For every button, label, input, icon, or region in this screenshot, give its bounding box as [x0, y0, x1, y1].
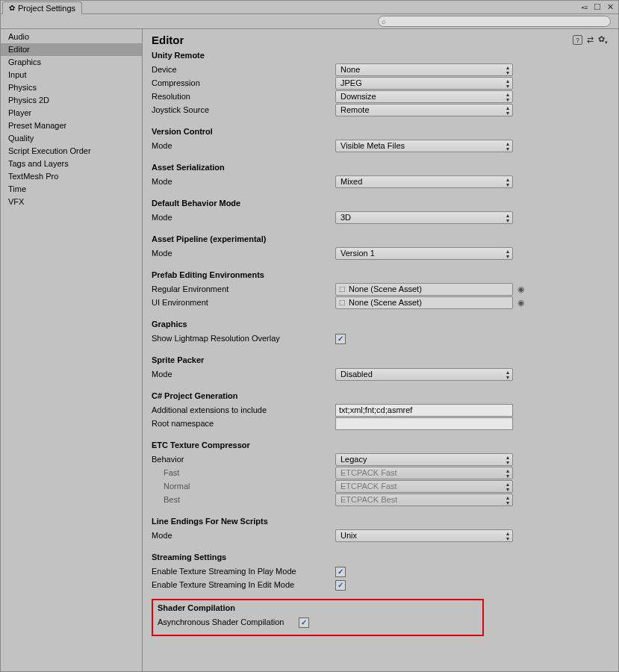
- dropdown-vc-mode[interactable]: Visible Meta Files▴▾: [335, 140, 513, 152]
- section-unity-remote: Unity Remote: [152, 51, 608, 60]
- section-etc: ETC Texture Compressor: [152, 441, 608, 449]
- window-tab[interactable]: ✿ Project Settings: [2, 1, 82, 14]
- sidebar-item-input[interactable]: Input: [1, 69, 142, 81]
- dropdown-etc-behavior[interactable]: Legacy▴▾: [335, 453, 513, 466]
- sidebar-item-graphics[interactable]: Graphics: [1, 56, 142, 69]
- label-joystick: Joystick Source: [152, 104, 335, 116]
- section-graphics: Graphics: [152, 320, 608, 329]
- sidebar-item-tags-and-layers[interactable]: Tags and Layers: [1, 158, 142, 170]
- sidebar: AudioEditorGraphicsInputPhysicsPhysics 2…: [1, 29, 143, 671]
- label-ap-mode: Mode: [152, 247, 335, 259]
- sidebar-item-script-execution-order[interactable]: Script Execution Order: [1, 145, 142, 158]
- objfield-ui-env[interactable]: ⬚None (Scene Asset): [335, 296, 513, 309]
- section-sprite-packer: Sprite Packer: [152, 355, 608, 364]
- section-default-behavior: Default Behavior Mode: [152, 199, 608, 208]
- dropdown-etc-fast: ETCPACK Fast▴▾: [335, 467, 513, 479]
- dropdown-ap-mode[interactable]: Version 1▴▾: [335, 247, 513, 260]
- label-ui-env: UI Environment: [152, 296, 335, 308]
- sidebar-item-editor[interactable]: Editor: [1, 43, 142, 56]
- dropdown-resolution[interactable]: Downsize▴▾: [335, 90, 513, 103]
- unity-cube-icon: ⬚: [338, 298, 346, 307]
- label-async-shader: Asynchronous Shader Compilation: [158, 616, 299, 628]
- unity-cube-icon: ⬚: [338, 284, 346, 293]
- window-title: Project Settings: [18, 4, 75, 13]
- label-etc-behavior: Behavior: [152, 453, 335, 465]
- label-extensions: Additional extensions to include: [152, 404, 335, 416]
- label-etc-best: Best: [152, 494, 335, 505]
- search-input[interactable]: ⌕: [378, 16, 611, 27]
- sidebar-item-audio[interactable]: Audio: [1, 31, 142, 43]
- label-resolution: Resolution: [152, 90, 335, 102]
- checkbox-async-shader[interactable]: [299, 617, 309, 628]
- label-stream-play: Enable Texture Streaming In Play Mode: [152, 565, 335, 577]
- search-icon: ⌕: [382, 17, 386, 25]
- input-extensions[interactable]: txt;xml;fnt;cd;asmref: [335, 404, 513, 417]
- section-version-control: Version Control: [152, 127, 608, 136]
- dropdown-etc-best: ETCPACK Best▴▾: [335, 494, 513, 506]
- highlight-box: Shader Compilation Asynchronous Shader C…: [152, 599, 484, 636]
- label-vc-mode: Mode: [152, 140, 335, 152]
- label-etc-normal: Normal: [152, 480, 335, 492]
- section-asset-pipeline: Asset Pipeline (experimental): [152, 234, 608, 243]
- dropdown-joystick[interactable]: Remote▴▾: [335, 104, 513, 116]
- label-db-mode: Mode: [152, 211, 335, 223]
- titlebar: ✿ Project Settings ▪≡ ☐ ✕: [1, 1, 618, 14]
- sidebar-item-quality[interactable]: Quality: [1, 132, 142, 145]
- dropdown-as-mode[interactable]: Mixed▴▾: [335, 175, 513, 188]
- label-as-mode: Mode: [152, 175, 335, 187]
- section-asset-serialization: Asset Serialization: [152, 163, 608, 172]
- maximize-icon[interactable]: ☐: [592, 2, 603, 12]
- help-icon[interactable]: ?: [573, 35, 582, 45]
- dropdown-compression[interactable]: JPEG▴▾: [335, 77, 513, 90]
- sidebar-item-player[interactable]: Player: [1, 107, 142, 119]
- label-stream-edit: Enable Texture Streaming In Edit Mode: [152, 579, 335, 591]
- label-le-mode: Mode: [152, 529, 335, 541]
- section-streaming: Streaming Settings: [152, 553, 608, 561]
- section-shader: Shader Compilation: [158, 603, 478, 612]
- sidebar-item-preset-manager[interactable]: Preset Manager: [1, 119, 142, 132]
- sidebar-item-physics-2d[interactable]: Physics 2D: [1, 94, 142, 107]
- label-lightmap-overlay: Show Lightmap Resolution Overlay: [152, 332, 335, 344]
- sidebar-item-textmesh-pro[interactable]: TextMesh Pro: [1, 170, 142, 183]
- settings-icon[interactable]: ✿▾: [598, 34, 608, 46]
- page-title: Editor: [152, 34, 184, 46]
- section-prefab: Prefab Editing Environments: [152, 270, 608, 279]
- sidebar-item-vfx[interactable]: VFX: [1, 196, 142, 208]
- close-icon[interactable]: ✕: [605, 2, 615, 12]
- section-line-endings: Line Endings For New Scripts: [152, 517, 608, 526]
- dropdown-le-mode[interactable]: Unix▴▾: [335, 529, 513, 542]
- sidebar-item-physics[interactable]: Physics: [1, 81, 142, 94]
- label-regular-env: Regular Environment: [152, 283, 335, 295]
- label-etc-fast: Fast: [152, 467, 335, 479]
- label-device: Device: [152, 63, 335, 75]
- label-compression: Compression: [152, 77, 335, 89]
- checkbox-stream-play[interactable]: [335, 567, 346, 577]
- input-rootns[interactable]: [335, 417, 513, 430]
- label-rootns: Root namespace: [152, 417, 335, 429]
- objfield-regular-env[interactable]: ⬚None (Scene Asset): [335, 283, 513, 296]
- dropdown-sp-mode[interactable]: Disabled▴▾: [335, 368, 513, 381]
- dropdown-device[interactable]: None▴▾: [335, 63, 513, 76]
- section-csharp: C# Project Generation: [152, 391, 608, 400]
- object-picker-icon[interactable]: ◉: [517, 284, 525, 293]
- label-sp-mode: Mode: [152, 368, 335, 380]
- sidebar-item-time[interactable]: Time: [1, 183, 142, 196]
- dock-icon[interactable]: ▪≡: [579, 2, 590, 12]
- checkbox-lightmap-overlay[interactable]: [335, 334, 346, 344]
- dropdown-db-mode[interactable]: 3D▴▾: [335, 211, 513, 224]
- gear-icon: ✿: [9, 4, 15, 12]
- content-panel: Editor ? ⇄ ✿▾ Unity Remote DeviceNone▴▾ …: [143, 29, 618, 671]
- dropdown-etc-normal: ETCPACK Fast▴▾: [335, 480, 513, 493]
- checkbox-stream-edit[interactable]: [335, 580, 346, 591]
- preset-icon[interactable]: ⇄: [587, 35, 594, 45]
- object-picker-icon[interactable]: ◉: [517, 298, 525, 307]
- toolbar: ⌕: [1, 14, 618, 29]
